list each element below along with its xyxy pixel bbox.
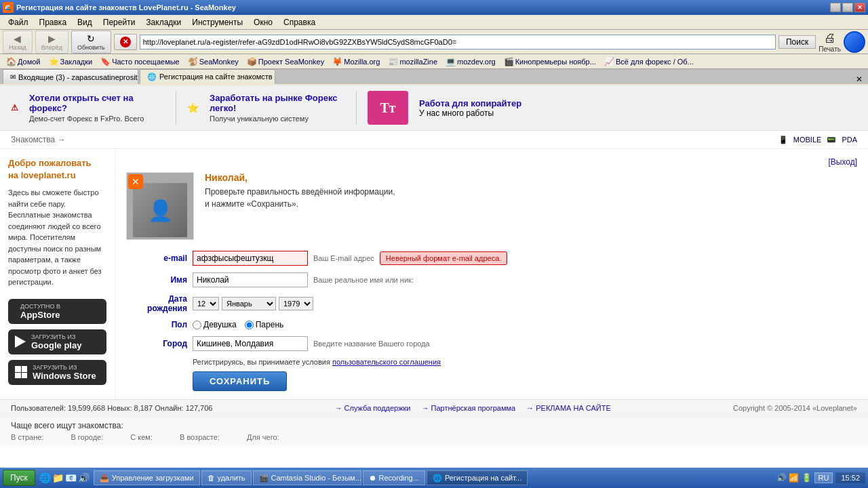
menu-edit[interactable]: Правка: [34, 16, 73, 28]
search-button[interactable]: Поиск: [778, 35, 816, 49]
taskbar-right: 🔊 📶 🔋 RU 15:52: [776, 472, 865, 483]
minimize-button[interactable]: _: [830, 3, 841, 12]
bmark-cinema-label: Кинопремьеры ноябр...: [515, 58, 596, 66]
menu-window[interactable]: Окно: [248, 16, 278, 28]
seamonkey-icon: 🐒: [188, 57, 198, 66]
city-label: Город: [126, 339, 187, 348]
bottom-columns: В стране: В городе: С кем: В возрасте: Д…: [11, 433, 857, 441]
windows-store-button[interactable]: ЗАГРУЗИТЬ ИЗ Windows Store: [8, 360, 106, 385]
bmark-frequent[interactable]: 🔖 Часто посещаемые: [97, 56, 183, 67]
name-input[interactable]: [193, 272, 308, 287]
footer-copyright: Copyright © 2005-2014 «Loveplanet»: [733, 404, 857, 412]
bmark-frequent-label: Часто посещаемые: [112, 58, 180, 66]
forward-button[interactable]: ▶ Вперёд: [35, 30, 68, 54]
ad-star-icon: ⭐: [187, 102, 199, 113]
taskbar-item-delete[interactable]: 🗑 удалить: [201, 470, 252, 485]
gender-female-option[interactable]: Девушка: [193, 320, 237, 329]
dob-day-select[interactable]: 12: [193, 297, 219, 310]
gender-female-label: Девушка: [203, 320, 237, 329]
bmark-project-label: Проект SeaMonkey: [258, 58, 324, 66]
maximize-button[interactable]: □: [842, 3, 853, 12]
tab-registration[interactable]: 🌐 Регистрация на сайте знакомств LovePla…: [140, 69, 275, 84]
bmark-forex[interactable]: 📈 Всё для форекс / Об...: [601, 56, 697, 67]
logout-link[interactable]: [Выход]: [126, 157, 857, 167]
tab-mail[interactable]: ✉ Входящие (3) - zapascusatineprosit@gma…: [3, 69, 138, 84]
ad-forex1-title[interactable]: Хотели открыть счет на форекс?: [29, 93, 165, 113]
ad-forex2-title[interactable]: Заработать на рынке Форекс легко!: [210, 93, 345, 113]
bmark-home[interactable]: 🏠 Домой: [3, 56, 44, 67]
footer-ads[interactable]: РЕКЛАМА НА САЙТЕ: [526, 404, 611, 412]
start-button[interactable]: Пуск: [3, 470, 35, 486]
tabs-x-button[interactable]: ✕: [853, 75, 865, 84]
ad-forex2-desc: Получи уникальную систему: [210, 115, 345, 123]
menu-file[interactable]: Файл: [3, 16, 34, 28]
clock: 15:52: [835, 472, 865, 483]
email-input[interactable]: [193, 251, 308, 266]
name-hint: Ваше реальное имя или ник:: [313, 276, 414, 284]
mobile-link[interactable]: MOBILE: [793, 136, 822, 144]
footer-support[interactable]: Служба поддержки: [335, 404, 411, 412]
pda-link[interactable]: PDA: [842, 136, 857, 144]
print-area[interactable]: 🖨 Печать: [818, 31, 841, 53]
col-purpose: Для чего:: [247, 433, 279, 441]
print-icon: 🖨: [824, 31, 836, 45]
close-button[interactable]: ✕: [854, 3, 865, 12]
ad-copywriter-title[interactable]: Работа для копирайтер: [419, 98, 521, 108]
bottom-section: Чаще всего ищут знакомства: В стране: В …: [0, 416, 868, 445]
menu-navigate[interactable]: Перейти: [98, 16, 141, 28]
stop-button[interactable]: ✕: [114, 34, 137, 50]
gender-female-radio[interactable]: [193, 321, 201, 329]
footer-partner[interactable]: Партнёрская программа: [422, 404, 516, 412]
gender-male-option[interactable]: Парень: [245, 320, 284, 329]
email-error: Неверный формат e-mail адреса.: [380, 251, 507, 265]
menu-bookmarks[interactable]: Закладки: [140, 16, 186, 28]
bmark-bookmarks[interactable]: ⭐ Закладки: [45, 56, 96, 67]
terms-link[interactable]: пользовательского соглашения: [332, 358, 441, 366]
ad-copywriter-desc: У нас много работы: [419, 108, 521, 118]
frequent-icon: 🔖: [100, 57, 111, 66]
registration-label: Регистрация на сайт...: [445, 474, 521, 482]
address-input[interactable]: [140, 35, 776, 49]
google-play-button[interactable]: ЗАГРУЗИТЬ ИЗ Google play: [8, 329, 106, 354]
ql-icon4[interactable]: 🔊: [78, 472, 90, 483]
forward-label: Вперёд: [41, 44, 62, 51]
dob-year-select[interactable]: 1979: [279, 297, 313, 310]
bmark-mozilla[interactable]: 🦊 Mozilla.org: [329, 56, 383, 67]
taskbar-item-recording[interactable]: ⏺ Recording...: [363, 470, 425, 485]
menu-view[interactable]: Вид: [72, 16, 98, 28]
dob-month-select[interactable]: Январь: [222, 297, 276, 310]
appstore-text: ДОСТУПНО В AppStore: [20, 303, 60, 320]
taskbar-item-downloads[interactable]: 📥 Управление загрузками: [94, 470, 200, 485]
ad-forex2[interactable]: Заработать на рынке Форекс легко! Получи…: [210, 93, 345, 123]
ql-icon2[interactable]: 📁: [52, 472, 64, 483]
gender-male-radio[interactable]: [245, 321, 254, 329]
menu-help[interactable]: Справка: [278, 16, 321, 28]
bmark-mozillazine[interactable]: 📰 mozillaZine: [384, 56, 441, 67]
taskbar-item-camtasia[interactable]: 🎬 Camtasia Studio - Безым...: [253, 470, 361, 485]
bmark-seamonkey[interactable]: 🐒 SeaMonkey: [184, 56, 242, 67]
ad-copywriter[interactable]: Работа для копирайтер У нас много работы: [419, 98, 521, 118]
avatar-ok-button[interactable]: ✕: [128, 174, 143, 189]
recording-icon: ⏺: [369, 474, 376, 482]
bmark-forex-label: Всё для форекс / Об...: [616, 58, 694, 66]
ql-icon1[interactable]: 🌐: [39, 472, 51, 483]
bmark-project[interactable]: 📦 Проект SeaMonkey: [243, 56, 328, 67]
ql-icon3[interactable]: 📧: [65, 472, 77, 483]
main-content: [Выход] ✕ 👤 Николай, Проверьте правильно…: [115, 149, 868, 399]
city-input[interactable]: [193, 336, 308, 351]
taskbar-item-registration[interactable]: 🌐 Регистрация на сайт...: [427, 470, 528, 485]
appstore-button[interactable]: ДОСТУПНО В AppStore: [8, 299, 106, 324]
bmark-bookmarks-label: Закладки: [60, 58, 93, 66]
bmark-mozdev[interactable]: 💻 mozdev.org: [442, 56, 499, 67]
menu-tools[interactable]: Инструменты: [186, 16, 248, 28]
titlebar: 🌊 Регистрация на сайте знакомств LovePla…: [0, 0, 868, 15]
page-body: Добро пожаловать на loveplanet.ru Здесь …: [0, 149, 868, 399]
refresh-button[interactable]: ↻ Обновить: [71, 30, 111, 54]
google-play-text: ЗАГРУЗИТЬ ИЗ Google play: [31, 333, 81, 350]
back-button[interactable]: ◀ Назад: [3, 30, 33, 54]
save-button[interactable]: СОХРАНИТЬ: [193, 371, 287, 391]
gender-male-label: Парень: [256, 320, 284, 329]
bmark-cinema[interactable]: 🎬 Кинопремьеры ноябр...: [500, 56, 599, 67]
ad-forex1[interactable]: Хотели открыть счет на форекс? Демо-счет…: [29, 93, 165, 123]
language-badge[interactable]: RU: [814, 472, 833, 483]
